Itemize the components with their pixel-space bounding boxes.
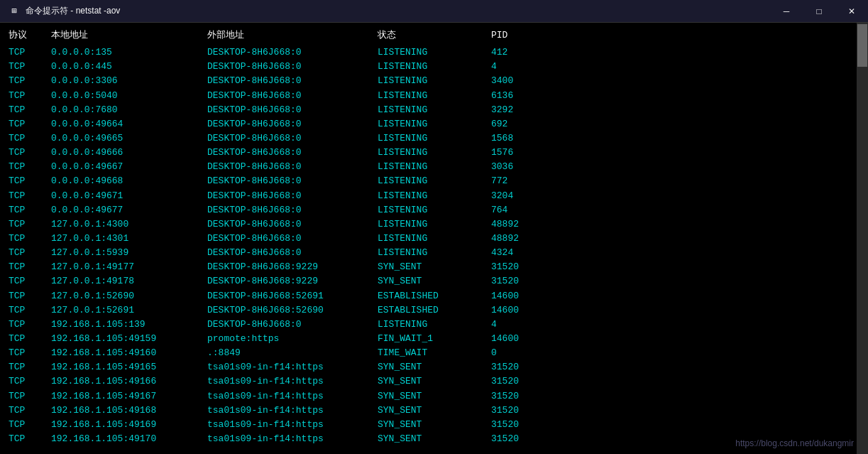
cell-pid: 3292 <box>491 103 513 117</box>
cell-foreign: DESKTOP-8H6J668:9229 <box>207 260 378 274</box>
cell-state: LISTENING <box>378 89 491 103</box>
window-title: 命令提示符 - netstat -aov <box>26 5 120 17</box>
cell-foreign: DESKTOP-8H6J668:0 <box>207 131 378 146</box>
cell-proto: TCP <box>9 374 51 389</box>
cell-pid: 14600 <box>491 332 519 346</box>
cell-pid: 14600 <box>491 303 519 318</box>
cell-foreign: DESKTOP-8H6J668:0 <box>207 217 378 232</box>
table-row: TCP192.168.1.105:49160.:8849TIME_WAIT0 <box>9 346 859 360</box>
cell-local: 0.0.0.0:135 <box>51 45 207 60</box>
cell-pid: 31520 <box>491 360 519 374</box>
table-row: TCP0.0.0.0:445DESKTOP-8H6J668:0LISTENING… <box>9 60 859 74</box>
table-row: TCP0.0.0.0:49677DESKTOP-8H6J668:0LISTENI… <box>9 203 859 217</box>
cell-foreign: tsa01s09-in-f14:https <box>207 432 378 446</box>
cell-local: 192.168.1.105:49159 <box>51 332 207 346</box>
table-row: TCP192.168.1.105:49166tsa01s09-in-f14:ht… <box>9 374 859 389</box>
cell-local: 0.0.0.0:49666 <box>51 146 207 160</box>
cell-foreign: DESKTOP-8H6J668:0 <box>207 74 378 88</box>
cell-pid: 31520 <box>491 432 519 446</box>
cell-pid: 31520 <box>491 274 519 288</box>
cell-proto: TCP <box>9 389 51 404</box>
cell-local: 127.0.0.1:52690 <box>51 289 207 303</box>
table-row: TCP127.0.0.1:52691DESKTOP-8H6J668:52690E… <box>9 303 859 318</box>
cell-pid: 6136 <box>491 89 513 103</box>
cell-local: 0.0.0.0:49677 <box>51 203 207 217</box>
cell-foreign: DESKTOP-8H6J668:0 <box>207 203 378 217</box>
minimize-button[interactable]: ─ <box>770 0 803 23</box>
cell-foreign: DESKTOP-8H6J668:0 <box>207 45 378 60</box>
cell-pid: 1568 <box>491 131 513 146</box>
cell-pid: 3400 <box>491 74 513 88</box>
scrollbar-thumb[interactable] <box>857 24 867 67</box>
cell-state: ESTABLISHED <box>378 303 491 318</box>
table-row: TCP0.0.0.0:3306DESKTOP-8H6J668:0LISTENIN… <box>9 74 859 88</box>
cell-local: 127.0.0.1:49178 <box>51 274 207 288</box>
cell-foreign: promote:https <box>207 332 378 346</box>
cell-foreign: DESKTOP-8H6J668:0 <box>207 160 378 174</box>
header-pid: PID <box>491 28 507 43</box>
cmd-icon: ⊞ <box>9 6 20 17</box>
cell-state: SYN_SENT <box>378 404 491 418</box>
cell-proto: TCP <box>9 74 51 88</box>
cell-foreign: DESKTOP-8H6J668:52691 <box>207 289 378 303</box>
cell-foreign: tsa01s09-in-f14:https <box>207 389 378 404</box>
cell-state: LISTENING <box>378 117 491 131</box>
cell-proto: TCP <box>9 360 51 374</box>
watermark: https://blog.csdn.net/dukangmir <box>735 438 854 448</box>
cell-proto: TCP <box>9 404 51 418</box>
table-row: TCP192.168.1.105:49167tsa01s09-in-f14:ht… <box>9 389 859 404</box>
cell-local: 0.0.0.0:5040 <box>51 89 207 103</box>
table-row: TCP0.0.0.0:49668DESKTOP-8H6J668:0LISTENI… <box>9 174 859 188</box>
cell-local: 192.168.1.105:139 <box>51 318 207 332</box>
cell-state: LISTENING <box>378 174 491 188</box>
cell-state: SYN_SENT <box>378 274 491 288</box>
cell-state: SYN_SENT <box>378 260 491 274</box>
cell-local: 0.0.0.0:7680 <box>51 103 207 117</box>
table-row: TCP192.168.1.105:49168tsa01s09-in-f14:ht… <box>9 404 859 418</box>
table-row: TCP192.168.1.105:139DESKTOP-8H6J668:0LIS… <box>9 318 859 332</box>
scrollbar[interactable] <box>857 23 868 454</box>
table-body: TCP0.0.0.0:135DESKTOP-8H6J668:0LISTENING… <box>9 45 859 446</box>
cell-pid: 412 <box>491 45 507 60</box>
cell-state: SYN_SENT <box>378 418 491 432</box>
cell-local: 192.168.1.105:49168 <box>51 404 207 418</box>
cell-proto: TCP <box>9 45 51 60</box>
cell-state: TIME_WAIT <box>378 346 491 360</box>
header-proto: 协议 <box>9 28 51 43</box>
cell-foreign: DESKTOP-8H6J668:0 <box>207 117 378 131</box>
table-header: 协议 本地地址 外部地址 状态 PID <box>9 28 859 43</box>
close-button[interactable]: ✕ <box>835 0 868 23</box>
cell-foreign: DESKTOP-8H6J668:9229 <box>207 274 378 288</box>
cell-local: 127.0.0.1:4301 <box>51 232 207 246</box>
cell-proto: TCP <box>9 160 51 174</box>
cell-proto: TCP <box>9 89 51 103</box>
table-row: TCP192.168.1.105:49170tsa01s09-in-f14:ht… <box>9 432 859 446</box>
table-row: TCP127.0.0.1:4301DESKTOP-8H6J668:0LISTEN… <box>9 232 859 246</box>
cell-state: LISTENING <box>378 160 491 174</box>
table-row: TCP192.168.1.105:49165tsa01s09-in-f14:ht… <box>9 360 859 374</box>
cell-pid: 31520 <box>491 404 519 418</box>
cell-proto: TCP <box>9 189 51 203</box>
cell-pid: 31520 <box>491 389 519 404</box>
cell-pid: 1576 <box>491 146 513 160</box>
cell-pid: 14600 <box>491 289 519 303</box>
header-state: 状态 <box>378 28 491 43</box>
table-row: TCP0.0.0.0:49666DESKTOP-8H6J668:0LISTENI… <box>9 146 859 160</box>
cell-local: 0.0.0.0:49668 <box>51 174 207 188</box>
maximize-button[interactable]: □ <box>803 0 835 23</box>
cell-pid: 31520 <box>491 374 519 389</box>
cell-proto: TCP <box>9 346 51 360</box>
cell-foreign: DESKTOP-8H6J668:0 <box>207 60 378 74</box>
cell-proto: TCP <box>9 146 51 160</box>
cell-pid: 4 <box>491 318 497 332</box>
table-row: TCP127.0.0.1:49178DESKTOP-8H6J668:9229SY… <box>9 274 859 288</box>
cell-pid: 4324 <box>491 246 513 260</box>
cell-state: LISTENING <box>378 217 491 232</box>
cell-pid: 764 <box>491 203 507 217</box>
cell-pid: 48892 <box>491 217 519 232</box>
cell-foreign: DESKTOP-8H6J668:0 <box>207 89 378 103</box>
table-row: TCP0.0.0.0:135DESKTOP-8H6J668:0LISTENING… <box>9 45 859 60</box>
cell-local: 192.168.1.105:49167 <box>51 389 207 404</box>
cell-local: 192.168.1.105:49166 <box>51 374 207 389</box>
cell-local: 0.0.0.0:49671 <box>51 189 207 203</box>
